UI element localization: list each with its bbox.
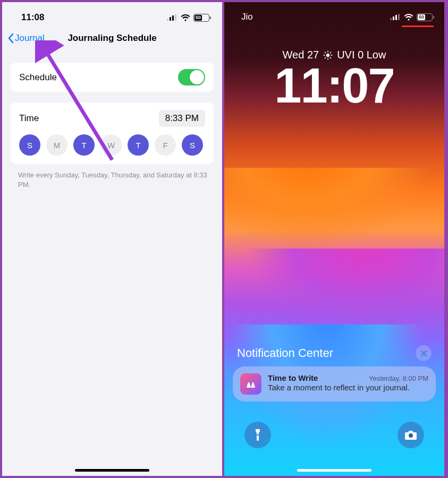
svg-point-9: [326, 53, 329, 56]
cellular-icon: [167, 14, 177, 21]
camera-icon: [404, 430, 417, 440]
schedule-toggle-row[interactable]: Schedule: [11, 63, 214, 92]
schedule-label: Schedule: [19, 72, 57, 83]
flashlight-button[interactable]: [244, 422, 271, 448]
notification-card[interactable]: Time to Write Yesterday, 8:00 PM Take a …: [233, 366, 436, 402]
lock-time: 11:07: [224, 58, 444, 114]
day-toggle[interactable]: S: [182, 134, 203, 156]
nc-title: Notification Center: [237, 346, 333, 360]
battery-icon: 50: [193, 14, 209, 22]
wifi-icon: [181, 14, 190, 21]
day-toggle[interactable]: T: [73, 134, 95, 156]
lock-screen: Jio 50 Wed 27 UVI 0 Low 11:07 Notificati…: [224, 2, 444, 476]
svg-rect-6: [393, 16, 394, 20]
nc-close-button[interactable]: [416, 345, 432, 361]
home-indicator[interactable]: [297, 469, 371, 472]
cellular-icon: [390, 14, 401, 20]
svg-point-18: [257, 434, 259, 436]
svg-line-17: [330, 52, 331, 53]
lock-header: Wed 27 UVI 0 Low 11:07: [224, 28, 444, 114]
days-row: SMTWTFS: [19, 134, 205, 156]
home-indicator[interactable]: [75, 469, 149, 472]
notif-time: Yesterday, 8:00 PM: [369, 374, 428, 382]
annotation-underline: [402, 25, 434, 27]
time-label: Time: [19, 113, 39, 124]
time-card: Time 8:33 PM SMTWTFS: [11, 103, 214, 164]
status-time: 11:08: [21, 12, 44, 23]
schedule-helper-text: Write every Sunday, Tuesday, Thursday, a…: [2, 168, 222, 190]
schedule-toggle[interactable]: [178, 69, 205, 86]
day-toggle[interactable]: W: [100, 134, 122, 156]
day-toggle[interactable]: F: [155, 134, 176, 156]
notification-center: Notification Center Time to Write Yester…: [224, 345, 444, 402]
svg-point-19: [409, 433, 413, 438]
wifi-icon: [404, 14, 413, 21]
carrier-label: Jio: [241, 12, 253, 22]
day-toggle[interactable]: M: [46, 134, 67, 156]
svg-rect-2: [172, 15, 174, 21]
back-label: Journal: [15, 33, 45, 44]
journal-app-icon: [240, 373, 261, 395]
lock-quick-actions: [224, 422, 444, 448]
camera-button[interactable]: [398, 422, 424, 448]
day-toggle[interactable]: S: [19, 134, 40, 156]
svg-line-14: [325, 52, 325, 53]
svg-rect-0: [167, 19, 168, 21]
day-toggle[interactable]: T: [128, 134, 149, 156]
settings-screen: 11:08 50 Journal Journaling Schedule Sch…: [2, 2, 222, 476]
page-title: Journaling Schedule: [67, 33, 156, 44]
svg-rect-1: [170, 17, 171, 21]
status-bar: 11:08 50: [2, 2, 222, 29]
back-button[interactable]: Journal: [7, 33, 45, 44]
notif-message: Take a moment to reflect in your journal…: [268, 383, 428, 392]
close-icon: [420, 350, 427, 357]
svg-rect-8: [398, 14, 400, 20]
chevron-left-icon: [7, 33, 14, 44]
battery-icon: 50: [417, 13, 433, 21]
time-value[interactable]: 8:33 PM: [159, 110, 205, 127]
flashlight-icon: [252, 428, 263, 442]
status-bar: Jio 50: [224, 2, 444, 28]
nav-bar: Journal Journaling Schedule: [2, 29, 222, 52]
svg-rect-5: [390, 18, 392, 20]
notif-title: Time to Write: [268, 373, 318, 382]
svg-rect-3: [175, 14, 176, 21]
svg-rect-7: [395, 15, 397, 20]
